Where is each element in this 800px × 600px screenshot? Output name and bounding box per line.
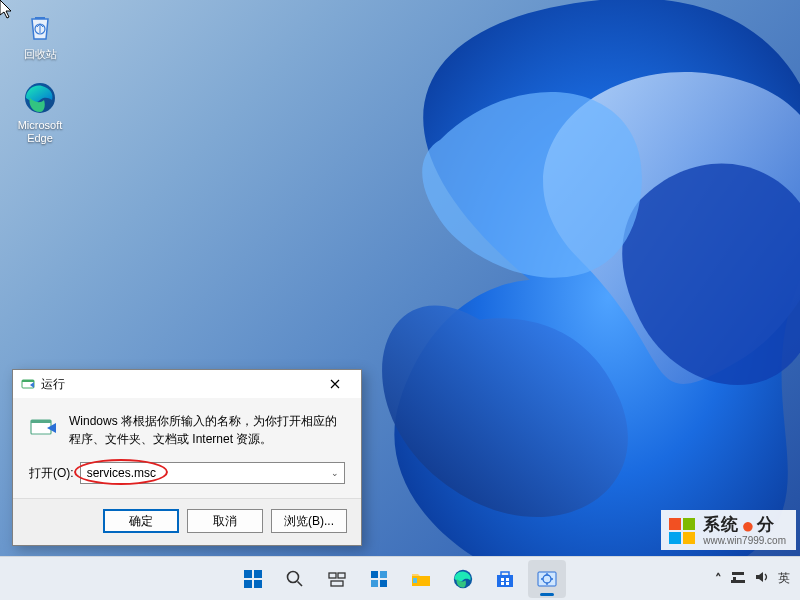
cancel-button[interactable]: 取消 bbox=[187, 509, 263, 533]
taskbar: ˄ 英 bbox=[0, 556, 800, 600]
search-button[interactable] bbox=[276, 560, 314, 598]
watermark-brand-b: 分 bbox=[757, 516, 775, 535]
watermark: 系统 ● 分 www.win7999.com bbox=[661, 510, 796, 550]
svg-rect-18 bbox=[413, 578, 417, 583]
folder-icon bbox=[410, 568, 432, 590]
explorer-button[interactable] bbox=[402, 560, 440, 598]
browse-button[interactable]: 浏览(B)... bbox=[271, 509, 347, 533]
svg-rect-27 bbox=[733, 577, 736, 580]
widgets-icon bbox=[369, 569, 389, 589]
svg-rect-3 bbox=[22, 380, 34, 382]
svg-rect-12 bbox=[338, 573, 345, 578]
desktop-icons: 回收站 bbox=[8, 8, 72, 146]
recycle-bin-label: 回收站 bbox=[24, 48, 57, 61]
svg-rect-5 bbox=[31, 420, 51, 423]
svg-rect-7 bbox=[254, 570, 262, 578]
svg-rect-28 bbox=[732, 572, 744, 575]
run-titlebar[interactable]: 运行 bbox=[13, 370, 361, 398]
close-button[interactable] bbox=[315, 373, 355, 395]
network-icon[interactable] bbox=[730, 569, 746, 588]
svg-rect-15 bbox=[380, 571, 387, 578]
task-view-button[interactable] bbox=[318, 560, 356, 598]
svg-point-10 bbox=[288, 571, 299, 582]
task-view-icon bbox=[327, 569, 347, 589]
svg-rect-11 bbox=[329, 573, 336, 578]
run-title: 运行 bbox=[41, 376, 65, 393]
run-dialog-icon bbox=[29, 414, 57, 442]
svg-rect-16 bbox=[371, 580, 378, 587]
svg-rect-21 bbox=[506, 578, 509, 581]
taskbar-center bbox=[234, 560, 566, 598]
open-label: 打开(O): bbox=[29, 465, 74, 482]
ok-button[interactable]: 确定 bbox=[103, 509, 179, 533]
recycle-bin-icon[interactable]: 回收站 bbox=[8, 8, 72, 61]
edge-taskbar-button[interactable] bbox=[444, 560, 482, 598]
watermark-brand-a: 系统 bbox=[703, 516, 739, 535]
ime-indicator[interactable]: 英 bbox=[778, 570, 790, 587]
desktop: 回收站 bbox=[0, 0, 800, 600]
close-icon bbox=[330, 379, 340, 389]
mouse-cursor bbox=[0, 0, 14, 24]
search-icon bbox=[285, 569, 305, 589]
edge-label: Microsoft Edge bbox=[18, 119, 63, 145]
edge-icon[interactable]: Microsoft Edge bbox=[8, 79, 72, 145]
services-taskbar-button[interactable] bbox=[528, 560, 566, 598]
tray-chevron-icon[interactable]: ˄ bbox=[715, 571, 722, 586]
widgets-button[interactable] bbox=[360, 560, 398, 598]
svg-rect-22 bbox=[501, 582, 504, 585]
microsoft-logo-icon bbox=[669, 518, 695, 544]
svg-rect-23 bbox=[506, 582, 509, 585]
svg-rect-13 bbox=[331, 581, 343, 586]
svg-rect-8 bbox=[244, 580, 252, 588]
svg-rect-26 bbox=[731, 580, 745, 583]
run-dialog: 运行 Windows 将根据你所输入的名称，为你打开相应的程序、文件夹、文档或 … bbox=[12, 369, 362, 546]
taskbar-right: ˄ 英 bbox=[715, 557, 790, 600]
run-input[interactable] bbox=[80, 462, 345, 484]
run-description: Windows 将根据你所输入的名称，为你打开相应的程序、文件夹、文档或 Int… bbox=[69, 412, 345, 448]
services-icon bbox=[536, 568, 558, 590]
store-button[interactable] bbox=[486, 560, 524, 598]
start-button[interactable] bbox=[234, 560, 272, 598]
svg-rect-6 bbox=[244, 570, 252, 578]
svg-rect-17 bbox=[380, 580, 387, 587]
volume-icon[interactable] bbox=[754, 569, 770, 588]
store-icon bbox=[494, 568, 516, 590]
svg-rect-20 bbox=[501, 578, 504, 581]
svg-rect-14 bbox=[371, 571, 378, 578]
edge-icon bbox=[452, 568, 474, 590]
run-title-icon bbox=[21, 377, 35, 391]
windows-icon bbox=[242, 568, 264, 590]
watermark-url: www.win7999.com bbox=[703, 535, 786, 546]
svg-rect-9 bbox=[254, 580, 262, 588]
